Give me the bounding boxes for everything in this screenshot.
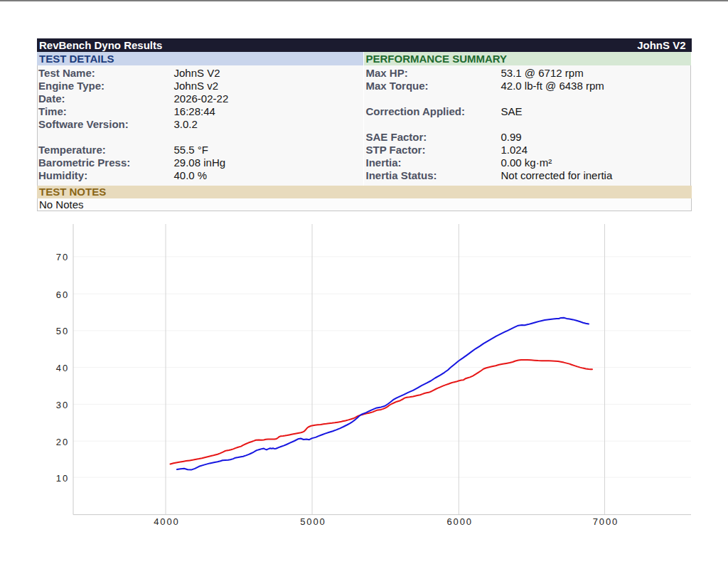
svg-text:30: 30 [56,400,69,410]
svg-text:20: 20 [56,437,69,447]
svg-text:60: 60 [56,289,69,300]
svg-text:70: 70 [56,252,69,262]
svg-text:7000: 7000 [593,516,619,527]
svg-text:6000: 6000 [446,516,473,527]
svg-text:5000: 5000 [300,516,326,527]
svg-text:4000: 4000 [154,516,180,527]
svg-text:50: 50 [56,326,69,336]
svg-text:10: 10 [56,473,69,484]
svg-text:40: 40 [56,363,69,373]
